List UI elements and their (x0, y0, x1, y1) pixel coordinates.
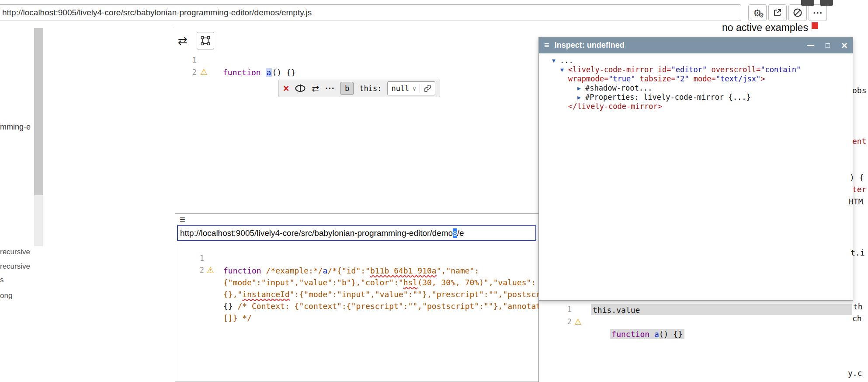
clipped-text: ch (852, 314, 862, 323)
line-number: 2 (194, 266, 204, 274)
url-input[interactable]: http://localhost:9005/lively4-core/src/b… (177, 225, 536, 241)
editor2-code-row[interactable]: {} /* Context: {"context":{"prescript":"… (223, 300, 539, 312)
probe-toggle-button[interactable] (295, 84, 306, 93)
lively-desktop: { "chrome": { "url": "http://localhost:9… (0, 0, 868, 382)
selected-value: null (391, 84, 409, 93)
swap-arrows-icon: ⇄ (178, 34, 187, 48)
clipped-text: y.c (848, 368, 862, 378)
divider (420, 84, 420, 93)
minimize-icon: — (807, 42, 814, 49)
mini-editor: 1 2 ⚠ this.value function a() {} (555, 301, 853, 380)
line-number: 1 (562, 305, 572, 314)
tree-node[interactable]: ▶#shadow-root... (539, 84, 853, 93)
clipped-text: ong (0, 291, 12, 300)
probe-icon (295, 84, 306, 93)
no-active-examples-label: no active examples (722, 22, 818, 34)
hamburger-icon: ≡ (544, 40, 549, 50)
example-widget: × ⇄ ⋯ b this: null ∨ (278, 80, 440, 97)
editor2-code-row[interactable]: {},"instanceId":{"mode":"input","value":… (223, 288, 539, 300)
inspector-titlebar[interactable]: ≡ Inspect: undefined — □ × (539, 38, 853, 53)
scrollbar-thumb[interactable] (34, 28, 43, 195)
clipped-text: mming-e (0, 123, 31, 132)
tree-node[interactable]: ▼... (539, 56, 853, 65)
tree-node[interactable]: ▼<lively-code-mirror id="editor" overscr… (539, 65, 853, 74)
line-number: 1 (187, 56, 197, 64)
clipped-text: th (853, 302, 863, 311)
pane-divider (172, 27, 172, 382)
close-button[interactable]: × (841, 40, 847, 51)
close-icon: × (283, 83, 289, 94)
example-name-button[interactable]: b (340, 82, 354, 95)
this-label: this: (359, 84, 382, 93)
inspector-window: ≡ Inspect: undefined — □ × ▼... ▼<lively… (538, 37, 853, 301)
url-text-before: http://localhost:9005/lively4-core/src/b… (180, 228, 453, 238)
close-icon: × (841, 39, 847, 51)
editor2-code-row[interactable]: {"mode":"input","value":"b"},"color":"hs… (223, 277, 536, 288)
clipped-text: ter (852, 185, 867, 194)
status-text: no active examples (722, 22, 808, 34)
clipped-text: s (0, 276, 4, 284)
clipped-text: ) { (850, 173, 864, 182)
address-url-text: http://localhost:9005/lively4-core/src/b… (2, 8, 312, 18)
open-external-button[interactable] (768, 4, 787, 21)
warning-icon: ⚠ (574, 318, 582, 326)
editor2-window: ≡ http://localhost:9005/lively4-core/src… (175, 213, 539, 382)
widget-more-button[interactable]: ⋯ (325, 83, 335, 94)
delete-example-button[interactable]: × (283, 84, 289, 94)
ellipsis-icon: ⋯ (813, 7, 823, 18)
hamburger-icon: ≡ (180, 214, 185, 225)
mini-editor-line[interactable]: this.value (593, 304, 640, 316)
window-button-1[interactable] (801, 0, 814, 6)
tree-node-wrap[interactable]: wrapmode="true" tabsize="2" mode="text/j… (539, 74, 853, 84)
red-indicator-badge (812, 22, 818, 29)
warning-icon: ⚠ (207, 266, 214, 274)
clipped-text: t.i (851, 248, 865, 257)
clipped-text: recursive (0, 262, 30, 271)
more-button[interactable]: ⋯ (809, 4, 827, 21)
settings-button[interactable]: ⚙⚙ (748, 4, 767, 21)
block-icon (793, 8, 802, 18)
highlighted-code: function a() {} (610, 329, 684, 339)
swap-arrows-icon: ⇄ (312, 84, 319, 93)
line-number: 2 (187, 68, 197, 77)
expand-arrow-icon[interactable]: ▶ (577, 84, 585, 93)
expand-arrow-icon[interactable]: ▼ (560, 65, 568, 74)
maximize-icon: □ (826, 41, 830, 49)
tree-node[interactable]: ▶#Properties: lively-code-mirror {...} (539, 93, 853, 102)
warning-icon: ⚠ (200, 68, 208, 76)
block-button[interactable] (788, 4, 807, 21)
url-text-selected: s (453, 228, 457, 238)
url-text-after: /e (457, 228, 464, 238)
inspector-title: Inspect: undefined (555, 41, 625, 50)
clipped-text: obs (852, 86, 867, 95)
mini-editor-line[interactable]: function a() {} (591, 316, 684, 352)
external-link-icon (773, 8, 782, 17)
line-number: 2 (562, 317, 572, 326)
select-box-button[interactable] (197, 32, 214, 49)
expand-arrow-icon[interactable]: ▼ (552, 56, 560, 65)
window-menu-button[interactable]: ≡ (180, 214, 185, 225)
swap-example-button[interactable]: ⇄ (312, 84, 319, 93)
editor2-code-row[interactable]: []} */ (223, 312, 252, 324)
minimize-button[interactable]: — (807, 42, 814, 49)
expand-arrow-icon[interactable]: ▶ (577, 93, 585, 102)
tree-node[interactable]: </lively-code-mirror> (539, 102, 853, 111)
selection-box-icon (201, 36, 210, 46)
editor2-code-row[interactable]: function /*example:*/a/*{"id":"b11b_64b1… (223, 265, 479, 277)
address-bar[interactable]: http://localhost:9005/lively4-core/src/b… (0, 4, 741, 21)
ellipsis-icon: ⋯ (325, 83, 335, 94)
window-button-2[interactable] (820, 0, 833, 6)
swap-button[interactable]: ⇄ (174, 32, 191, 49)
clipped-text: HTM (849, 197, 863, 206)
clipped-text: ent (852, 137, 867, 146)
this-value-select[interactable]: null ∨ (387, 81, 435, 95)
editor1-code-line[interactable]: function a() {} (223, 67, 296, 78)
chevron-down-icon: ∨ (413, 85, 416, 92)
link-icon[interactable] (424, 84, 431, 92)
gears-icon: ⚙⚙ (753, 8, 762, 18)
maximize-button[interactable]: □ (826, 41, 830, 50)
inspector-tree: ▼... ▼<lively-code-mirror id="editor" ov… (539, 53, 853, 111)
line-number: 1 (194, 254, 204, 263)
window-controls: — □ × (807, 40, 847, 51)
inspector-menu-button[interactable]: ≡ (544, 40, 549, 50)
